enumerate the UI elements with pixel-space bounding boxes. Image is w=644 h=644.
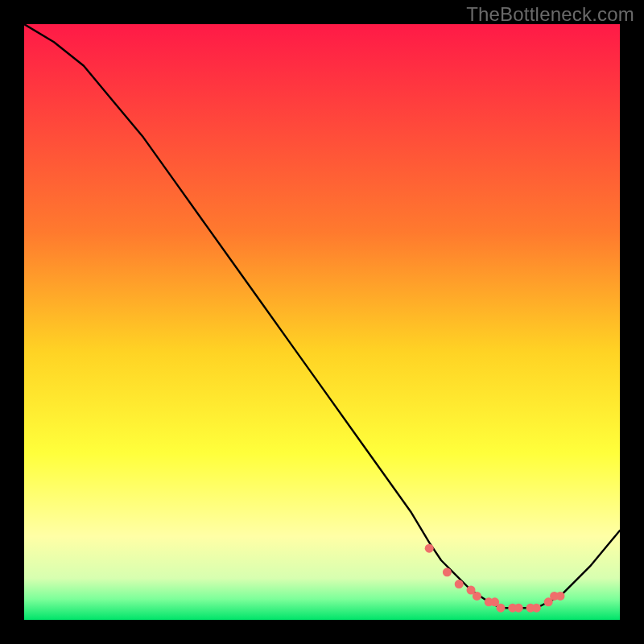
watermark-text: TheBottleneck.com (466, 3, 634, 26)
plot-area (24, 24, 620, 620)
chart-frame: TheBottleneck.com (0, 0, 644, 644)
background-gradient (24, 24, 620, 620)
svg-rect-0 (24, 24, 620, 620)
